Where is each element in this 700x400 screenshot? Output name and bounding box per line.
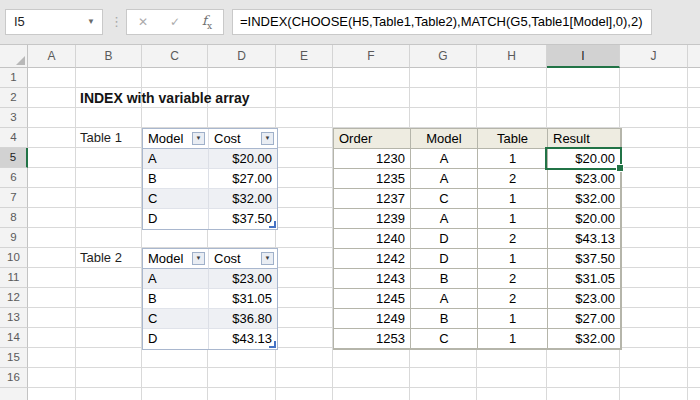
orders-cell[interactable]: A xyxy=(411,289,478,309)
cancel-icon[interactable]: ✕ xyxy=(138,15,148,29)
column-header-F[interactable]: F xyxy=(333,45,410,68)
orders-cell[interactable]: $23.00 xyxy=(548,169,621,189)
column-header-partial[interactable] xyxy=(688,45,700,68)
fill-handle[interactable] xyxy=(616,164,624,172)
column-header-B[interactable]: B xyxy=(76,45,142,68)
orders-cell[interactable]: $37.50 xyxy=(548,249,621,269)
orders-header-table[interactable]: Table xyxy=(478,129,548,149)
table2-cell[interactable]: C xyxy=(143,309,209,329)
orders-cell[interactable]: 1 xyxy=(478,149,548,169)
table1-cell[interactable]: $37.50 xyxy=(209,209,277,229)
row-header-11[interactable]: 11 xyxy=(0,268,28,288)
orders-header-order[interactable]: Order xyxy=(334,129,411,149)
orders-cell[interactable]: 1243 xyxy=(334,269,411,289)
orders-cell[interactable]: 2 xyxy=(478,269,548,289)
orders-cell[interactable]: D xyxy=(411,229,478,249)
orders-cell[interactable]: 1240 xyxy=(334,229,411,249)
orders-cell[interactable]: A xyxy=(411,169,478,189)
orders-cell[interactable]: 1 xyxy=(478,329,548,349)
table1-cell[interactable]: $27.00 xyxy=(209,169,277,189)
row-header-13[interactable]: 13 xyxy=(0,308,28,328)
column-header-E[interactable]: E xyxy=(276,45,333,68)
table2-header-cost[interactable]: Cost▼ xyxy=(209,249,277,269)
row-header-8[interactable]: 8 xyxy=(0,208,28,228)
row-header-12[interactable]: 12 xyxy=(0,288,28,308)
orders-header-model[interactable]: Model xyxy=(411,129,478,149)
filter-dropdown-icon[interactable]: ▼ xyxy=(192,132,205,145)
row-header-partial[interactable] xyxy=(0,388,28,400)
orders-cell[interactable]: 1230 xyxy=(334,149,411,169)
orders-cell[interactable]: A xyxy=(411,149,478,169)
orders-cell[interactable]: B xyxy=(411,269,478,289)
orders-cell[interactable]: C xyxy=(411,189,478,209)
orders-cell[interactable]: B xyxy=(411,309,478,329)
name-box[interactable]: I5 ▼ xyxy=(5,9,103,35)
orders-cell[interactable]: 1245 xyxy=(334,289,411,309)
insert-function-icon[interactable]: fx xyxy=(202,13,212,31)
orders-cell[interactable]: 1 xyxy=(478,209,548,229)
orders-cell[interactable]: 1 xyxy=(478,189,548,209)
table1-cell[interactable]: D xyxy=(143,209,209,229)
orders-cell[interactable]: $43.13 xyxy=(548,229,621,249)
column-header-J[interactable]: J xyxy=(620,45,688,68)
orders-header-result[interactable]: Result xyxy=(548,129,621,149)
row-header-15[interactable]: 15 xyxy=(0,348,28,368)
table2-cell[interactable]: A xyxy=(143,269,209,289)
orders-cell[interactable]: 1237 xyxy=(334,189,411,209)
filter-dropdown-icon[interactable]: ▼ xyxy=(192,252,205,265)
selected-cell-outline[interactable] xyxy=(545,147,622,170)
table1-header-cost[interactable]: Cost▼ xyxy=(209,129,277,149)
table1-cell[interactable]: A xyxy=(143,149,209,169)
orders-cell[interactable]: 1 xyxy=(478,309,548,329)
table1-cell[interactable]: $20.00 xyxy=(209,149,277,169)
table1-cell[interactable]: B xyxy=(143,169,209,189)
table1-resize-handle-icon[interactable] xyxy=(269,221,276,228)
row-header-4[interactable]: 4 xyxy=(0,128,28,148)
table2-header-model[interactable]: Model▼ xyxy=(143,249,209,269)
formula-input[interactable]: =INDEX(CHOOSE(H5,Table1,Table2),MATCH(G5… xyxy=(232,9,652,35)
orders-cell[interactable]: 2 xyxy=(478,169,548,189)
row-header-9[interactable]: 9 xyxy=(0,228,28,248)
row-header-10[interactable]: 10 xyxy=(0,248,28,268)
column-header-I[interactable]: I xyxy=(547,45,620,68)
orders-cell[interactable]: 2 xyxy=(478,289,548,309)
row-header-3[interactable]: 3 xyxy=(0,108,28,128)
orders-cell[interactable]: $20.00 xyxy=(548,209,621,229)
orders-cell[interactable]: $31.05 xyxy=(548,269,621,289)
select-all-corner[interactable] xyxy=(0,45,28,68)
table2-resize-handle-icon[interactable] xyxy=(269,341,276,348)
row-header-14[interactable]: 14 xyxy=(0,328,28,348)
orders-cell[interactable]: 1253 xyxy=(334,329,411,349)
orders-cell[interactable]: $32.00 xyxy=(548,189,621,209)
orders-cell[interactable]: A xyxy=(411,209,478,229)
orders-cell[interactable]: 1 xyxy=(478,249,548,269)
orders-cell[interactable]: 1239 xyxy=(334,209,411,229)
table2-cell[interactable]: D xyxy=(143,329,209,349)
row-header-1[interactable]: 1 xyxy=(0,68,28,88)
orders-cell[interactable]: $23.00 xyxy=(548,289,621,309)
orders-cell[interactable]: $27.00 xyxy=(548,309,621,329)
table1-cell[interactable]: C xyxy=(143,189,209,209)
table1-header-model[interactable]: Model▼ xyxy=(143,129,209,149)
row-header-6[interactable]: 6 xyxy=(0,168,28,188)
table2-cell[interactable]: $31.05 xyxy=(209,289,277,309)
orders-cell[interactable]: C xyxy=(411,329,478,349)
table2-cell[interactable]: B xyxy=(143,289,209,309)
column-header-D[interactable]: D xyxy=(208,45,276,68)
table2-cell[interactable]: $23.00 xyxy=(209,269,277,289)
column-header-H[interactable]: H xyxy=(477,45,547,68)
orders-cell[interactable]: 1249 xyxy=(334,309,411,329)
orders-cell[interactable]: $32.00 xyxy=(548,329,621,349)
column-header-A[interactable]: A xyxy=(28,45,76,68)
row-header-16[interactable]: 16 xyxy=(0,368,28,388)
table2-cell[interactable]: $36.80 xyxy=(209,309,277,329)
table2-cell[interactable]: $43.13 xyxy=(209,329,277,349)
enter-icon[interactable]: ✓ xyxy=(170,15,180,29)
orders-cell[interactable]: D xyxy=(411,249,478,269)
column-header-C[interactable]: C xyxy=(142,45,208,68)
name-box-dropdown-icon[interactable]: ▼ xyxy=(87,10,95,34)
orders-cell[interactable]: 1242 xyxy=(334,249,411,269)
orders-cell[interactable]: 1235 xyxy=(334,169,411,189)
table1-cell[interactable]: $32.00 xyxy=(209,189,277,209)
filter-dropdown-icon[interactable]: ▼ xyxy=(261,132,274,145)
